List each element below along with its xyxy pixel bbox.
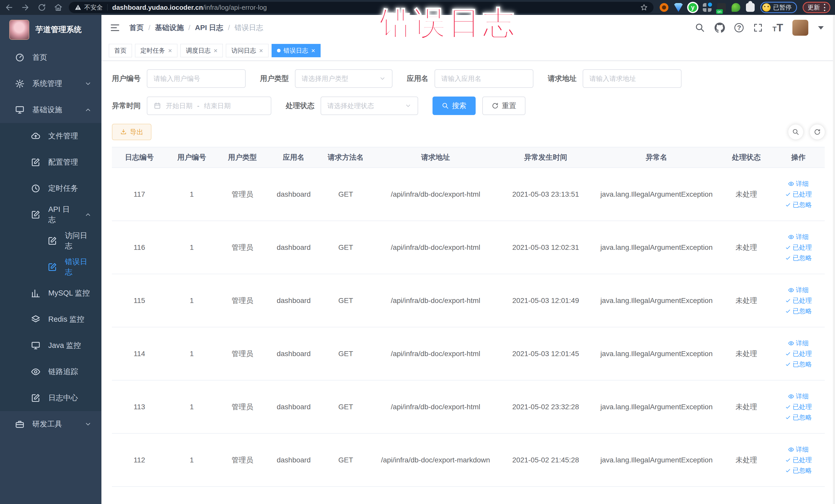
search-button[interactable]: 搜索 bbox=[432, 97, 476, 115]
sidebar-item-scheduled-task[interactable]: 定时任务 bbox=[0, 175, 101, 202]
cell-exception: java.lang.IllegalArgumentException bbox=[592, 274, 721, 327]
page-scrollbar[interactable] bbox=[833, 15, 835, 504]
sidebar-item-java-monitor[interactable]: Java 监控 bbox=[0, 332, 101, 359]
browser-reload-icon[interactable] bbox=[38, 3, 46, 12]
mark-ignored-link[interactable]: 已忽略 bbox=[785, 360, 812, 368]
tab-home[interactable]: 首页 bbox=[109, 44, 132, 57]
hide-search-button[interactable] bbox=[788, 124, 803, 139]
sidebar-item-tracing[interactable]: 链路追踪 bbox=[0, 359, 101, 385]
tab-scheduled-task[interactable]: 定时任务 × bbox=[135, 44, 177, 57]
browser-back-icon[interactable] bbox=[5, 3, 13, 12]
refresh-table-button[interactable] bbox=[810, 124, 825, 139]
page-content: 用户编号 用户类型 请选择用户类型 应用名 请求地址 bbox=[102, 61, 835, 504]
bookmark-star-icon[interactable] bbox=[640, 4, 648, 11]
sidebar-item-error-log[interactable]: 错误日志 bbox=[0, 254, 101, 280]
sidebar-item-file-manage[interactable]: 文件管理 bbox=[0, 123, 101, 149]
browser-profile-chip[interactable]: 已暂停 bbox=[760, 2, 797, 13]
sidebar-item-api-log[interactable]: API 日志 bbox=[0, 202, 101, 228]
sidebar-item-log-center[interactable]: 日志中心 bbox=[0, 385, 101, 411]
mark-processed-link[interactable]: 已处理 bbox=[785, 456, 812, 464]
mark-ignored-link[interactable]: 已忽略 bbox=[785, 413, 812, 422]
app-logo-row[interactable]: 芋道管理系统 bbox=[0, 15, 101, 44]
select-placeholder: 请选择处理状态 bbox=[327, 101, 374, 110]
export-button[interactable]: 导出 bbox=[112, 124, 151, 140]
mark-processed-link[interactable]: 已处理 bbox=[785, 403, 812, 411]
cell-user-type: 管理员 bbox=[217, 274, 268, 327]
table-row: 114 1 管理员 dashboard GET /api/infra/db-do… bbox=[112, 327, 825, 380]
avatar-caret-down-icon[interactable] bbox=[818, 26, 824, 29]
exception-time-range-picker[interactable]: 开始日期 - 结束日期 bbox=[147, 97, 271, 115]
detail-link[interactable]: 详细 bbox=[788, 286, 809, 294]
fullscreen-icon[interactable] bbox=[753, 23, 763, 33]
avatar[interactable] bbox=[792, 20, 808, 36]
tab-error-log[interactable]: 错误日志 × bbox=[271, 44, 321, 57]
detail-link[interactable]: 详细 bbox=[788, 180, 809, 188]
breadcrumb-infra[interactable]: 基础设施 bbox=[155, 23, 184, 33]
sidebar-item-system[interactable]: 系统管理 bbox=[0, 70, 101, 97]
mark-ignored-link[interactable]: 已忽略 bbox=[785, 466, 812, 475]
font-size-icon[interactable]: TT bbox=[772, 22, 783, 34]
tab-close-icon[interactable]: × bbox=[259, 47, 263, 54]
sidebar-item-dev-tools[interactable]: 研发工具 bbox=[0, 411, 101, 437]
extensions-puzzle-icon[interactable] bbox=[746, 3, 755, 12]
cell-status: 未处理 bbox=[721, 380, 772, 434]
mark-processed-link[interactable]: 已处理 bbox=[785, 296, 812, 305]
user-id-input[interactable] bbox=[147, 69, 246, 88]
mark-processed-link[interactable]: 已处理 bbox=[785, 243, 812, 251]
detail-link[interactable]: 详细 bbox=[788, 445, 809, 454]
tab-close-icon[interactable]: × bbox=[168, 47, 172, 54]
extension-icon-on-badge[interactable] bbox=[717, 3, 726, 12]
search-icon[interactable] bbox=[695, 23, 705, 33]
breadcrumb-home[interactable]: 首页 bbox=[129, 23, 144, 33]
sidebar-item-config-manage[interactable]: 配置管理 bbox=[0, 149, 101, 175]
reset-button[interactable]: 重置 bbox=[482, 97, 526, 115]
sidebar-item-infra[interactable]: 基础设施 bbox=[0, 97, 101, 123]
browser-update-button[interactable]: 更新 bbox=[803, 2, 830, 13]
detail-link[interactable]: 详细 bbox=[788, 392, 809, 401]
sidebar-toggle-icon[interactable] bbox=[109, 22, 121, 33]
address-bar[interactable]: 不安全 dashboard.yudao.iocoder.cn/infra/log… bbox=[69, 2, 653, 13]
cell-exception: java.lang.IllegalArgumentException bbox=[592, 327, 721, 380]
tab-schedule-log[interactable]: 调度日志 × bbox=[180, 44, 223, 57]
mark-processed-link[interactable]: 已处理 bbox=[785, 190, 812, 199]
tags-view-bar: 首页 定时任务 × 调度日志 × 访问日志 × 错误日志 × bbox=[102, 41, 835, 61]
detail-link[interactable]: 详细 bbox=[788, 233, 809, 241]
not-secure-warning-icon[interactable] bbox=[75, 4, 82, 11]
detail-link[interactable]: 详细 bbox=[788, 339, 809, 347]
tab-access-log[interactable]: 访问日志 × bbox=[226, 44, 268, 57]
github-icon[interactable] bbox=[714, 22, 725, 33]
breadcrumb-api-log[interactable]: API 日志 bbox=[195, 23, 223, 33]
tab-close-icon[interactable]: × bbox=[311, 47, 315, 54]
extension-icon-green-y[interactable]: y bbox=[688, 3, 697, 12]
sidebar-item-mysql-monitor[interactable]: MySQL 监控 bbox=[0, 280, 101, 306]
cell-method: GET bbox=[319, 274, 372, 327]
tab-close-icon[interactable]: × bbox=[213, 47, 218, 54]
browser-forward-icon[interactable] bbox=[21, 3, 30, 12]
layers-icon bbox=[31, 315, 41, 324]
process-status-select[interactable]: 请选择处理状态 bbox=[321, 97, 418, 115]
user-id-label: 用户编号 bbox=[112, 74, 141, 83]
sidebar-item-home[interactable]: 首页 bbox=[0, 44, 101, 70]
browser-menu-icon[interactable] bbox=[824, 4, 826, 11]
check-icon bbox=[785, 191, 791, 198]
mark-ignored-link[interactable]: 已忽略 bbox=[785, 254, 812, 262]
extension-icon-plant[interactable] bbox=[732, 3, 740, 12]
col-user-id: 用户编号 bbox=[167, 147, 217, 168]
mark-ignored-link[interactable]: 已忽略 bbox=[785, 307, 812, 315]
cell-exception: java.lang.IllegalArgumentException bbox=[592, 380, 721, 434]
user-type-select[interactable]: 请选择用户类型 bbox=[295, 69, 392, 88]
mark-processed-link[interactable]: 已处理 bbox=[785, 349, 812, 358]
sidebar-item-redis-monitor[interactable]: Redis 监控 bbox=[0, 306, 101, 332]
extension-icon-grid[interactable] bbox=[703, 3, 712, 12]
clock-icon bbox=[31, 184, 41, 193]
app-name-input[interactable] bbox=[434, 69, 533, 88]
extension-icon-orange[interactable] bbox=[660, 3, 668, 12]
sidebar-item-access-log[interactable]: 访问日志 bbox=[0, 228, 101, 254]
eye-icon bbox=[788, 181, 794, 187]
help-icon[interactable]: ? bbox=[734, 23, 744, 32]
request-url-input[interactable] bbox=[583, 69, 681, 88]
not-secure-label[interactable]: 不安全 bbox=[84, 3, 103, 12]
mark-ignored-link[interactable]: 已忽略 bbox=[785, 201, 812, 209]
extension-icon-shield[interactable] bbox=[674, 3, 683, 12]
browser-home-icon[interactable] bbox=[54, 3, 63, 12]
